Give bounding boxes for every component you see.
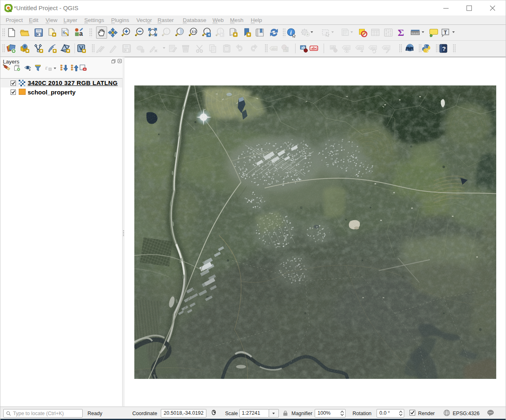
svg-text:?: ? xyxy=(442,45,446,52)
svg-text:abc: abc xyxy=(344,46,350,50)
svg-text:Σ: Σ xyxy=(398,27,404,38)
svg-text:T: T xyxy=(444,29,447,35)
svg-text:abc: abc xyxy=(311,46,318,50)
svg-text:abc: abc xyxy=(357,46,363,50)
svg-text:abc: abc xyxy=(370,46,376,50)
svg-text:1:1: 1:1 xyxy=(192,30,197,33)
svg-text:a: a xyxy=(79,30,83,37)
svg-text:abc: abc xyxy=(384,46,390,50)
svg-text:ε: ε xyxy=(45,64,48,71)
svg-text:abc: abc xyxy=(272,47,277,51)
